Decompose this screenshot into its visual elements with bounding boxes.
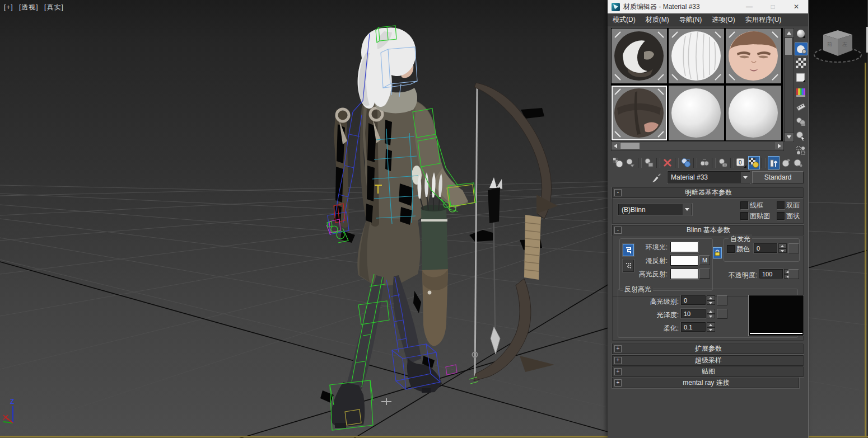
spinner-up[interactable] <box>707 295 715 300</box>
sample-slot-default-2[interactable] <box>726 86 781 140</box>
rollout-mental-ray-connection[interactable]: + mental ray 连接 <box>612 378 799 388</box>
close-button[interactable]: ✕ <box>785 0 808 13</box>
options-icon[interactable] <box>795 115 806 127</box>
diffuse-color-swatch[interactable] <box>670 255 698 266</box>
expand-icon[interactable]: + <box>614 357 622 364</box>
background-icon[interactable] <box>795 57 806 69</box>
glossiness-map-button[interactable] <box>717 309 727 319</box>
sample-slot-leather[interactable] <box>612 86 667 140</box>
self-illum-spinner[interactable]: 0 <box>754 243 787 253</box>
ambient-color-swatch[interactable] <box>670 242 698 252</box>
specular-level-value[interactable]: 0 <box>681 295 706 305</box>
material-name-dropdown[interactable]: Material #33 <box>668 171 750 183</box>
show-shaded-material-in-viewport-icon[interactable] <box>748 156 760 169</box>
ambient-diffuse-lock-button[interactable] <box>623 244 634 256</box>
slots-horizontal-scrollbar[interactable] <box>611 142 784 151</box>
viewcube[interactable]: 前 左 <box>811 17 865 67</box>
soften-spinner[interactable]: 0.1 <box>681 322 715 332</box>
hscroll-right-button[interactable] <box>775 142 783 149</box>
make-unique-icon[interactable] <box>699 157 710 169</box>
two-sided-checkbox[interactable] <box>777 201 785 209</box>
sample-uv-tiling-icon[interactable] <box>795 72 806 83</box>
faceted-checkbox[interactable] <box>777 212 785 220</box>
spinner-down[interactable] <box>707 300 715 305</box>
rollout-shader-basic-header[interactable]: - 明暗器基本参数 <box>612 187 804 198</box>
specular-level-map-button[interactable] <box>717 295 727 305</box>
expand-icon[interactable]: + <box>614 379 622 387</box>
spinner-down[interactable] <box>707 314 715 319</box>
slots-vertical-scrollbar[interactable] <box>784 28 794 142</box>
pick-material-eyedropper-icon[interactable] <box>651 172 664 183</box>
self-illum-color-checkbox[interactable] <box>727 245 735 253</box>
specular-color-swatch[interactable] <box>670 269 698 279</box>
sample-slot-default-1[interactable] <box>669 86 724 140</box>
menu-options[interactable]: 选项(O) <box>707 15 740 25</box>
make-material-copy-icon[interactable] <box>680 157 692 169</box>
sample-type-icon[interactable] <box>795 28 806 40</box>
opacity-map-button[interactable] <box>788 269 799 279</box>
diffuse-map-button[interactable]: M <box>699 255 710 265</box>
hanging-arrow[interactable] <box>488 177 502 354</box>
menu-mode[interactable]: 模式(D) <box>608 15 641 25</box>
hscroll-left-button[interactable] <box>612 142 620 149</box>
vscroll-up-button[interactable] <box>784 28 794 38</box>
material-map-navigator-icon[interactable] <box>795 144 806 156</box>
viewport-menu-shading[interactable]: [真实] <box>44 3 64 11</box>
rollout-supersampling[interactable]: + 超级采样 <box>612 355 804 366</box>
make-preview-icon[interactable] <box>795 101 806 112</box>
menu-material[interactable]: 材质(M) <box>641 15 674 25</box>
spinner-down[interactable] <box>707 327 715 332</box>
video-color-check-icon[interactable] <box>795 86 806 98</box>
vscroll-down-button[interactable] <box>784 132 794 142</box>
sample-slot-face[interactable] <box>726 29 781 83</box>
material-id-channel-icon[interactable]: 0 <box>736 157 747 169</box>
backlight-icon[interactable] <box>795 43 808 55</box>
hscroll-thumb[interactable] <box>620 143 640 149</box>
go-forward-to-sibling-icon[interactable] <box>793 157 804 169</box>
shader-type-dropdown[interactable]: (B)Blinn <box>618 204 692 215</box>
vscroll-thumb[interactable] <box>785 38 792 55</box>
expand-icon[interactable]: + <box>614 368 622 375</box>
face-map-checkbox[interactable] <box>740 212 748 220</box>
rollout-blinn-basic-header[interactable]: - Blinn 基本参数 <box>612 225 804 236</box>
spinner-up[interactable] <box>707 309 715 314</box>
ambient-diffuse-map-lock-icon[interactable] <box>713 247 722 258</box>
opacity-spinner[interactable]: 100 <box>759 269 792 279</box>
put-to-library-icon[interactable] <box>717 157 729 169</box>
spinner-down[interactable] <box>778 248 787 253</box>
specular-level-spinner[interactable]: 0 <box>681 295 715 305</box>
collapse-icon[interactable]: - <box>614 189 622 196</box>
wireframe-checkbox[interactable] <box>740 201 748 209</box>
specular-map-button[interactable] <box>699 269 710 279</box>
sample-slot-armor[interactable] <box>612 29 667 83</box>
viewport-menu-pov[interactable]: [透视] <box>19 3 39 11</box>
rollout-maps[interactable]: + 贴图 <box>612 366 804 377</box>
minimize-button[interactable]: — <box>738 0 761 13</box>
rollout-extended-parameters[interactable]: + 扩展参数 <box>612 343 804 354</box>
self-illum-map-button[interactable] <box>788 243 799 253</box>
expand-icon[interactable]: + <box>614 345 622 352</box>
reset-map-icon[interactable] <box>662 157 673 169</box>
select-by-material-icon[interactable] <box>795 130 806 142</box>
maximize-button[interactable]: □ <box>761 0 785 13</box>
glossiness-value[interactable]: 10 <box>681 309 706 318</box>
material-type-button[interactable]: Standard <box>752 171 804 183</box>
collapse-icon[interactable]: - <box>614 227 622 234</box>
show-end-result-icon[interactable] <box>768 156 780 169</box>
glossiness-spinner[interactable]: 10 <box>681 309 715 318</box>
character-model[interactable] <box>320 27 544 428</box>
viewport-menu-general[interactable]: [+] <box>4 3 13 11</box>
get-material-icon[interactable] <box>613 157 624 169</box>
menu-navigation[interactable]: 导航(N) <box>674 15 707 25</box>
sample-slot-hair[interactable] <box>669 29 724 83</box>
opacity-value[interactable]: 100 <box>759 269 783 279</box>
self-illum-value[interactable]: 0 <box>754 243 777 253</box>
material-editor-titlebar[interactable]: 材质编辑器 - Material #33 — □ ✕ <box>608 0 808 13</box>
put-material-to-scene-icon[interactable] <box>625 157 636 169</box>
spinner-up[interactable] <box>778 243 787 248</box>
go-to-parent-icon[interactable] <box>781 157 792 169</box>
soften-value[interactable]: 0.1 <box>681 322 706 332</box>
menu-utilities[interactable]: 实用程序(U) <box>740 15 787 25</box>
spinner-up[interactable] <box>707 322 715 327</box>
assign-material-to-selection-icon[interactable] <box>643 157 655 169</box>
